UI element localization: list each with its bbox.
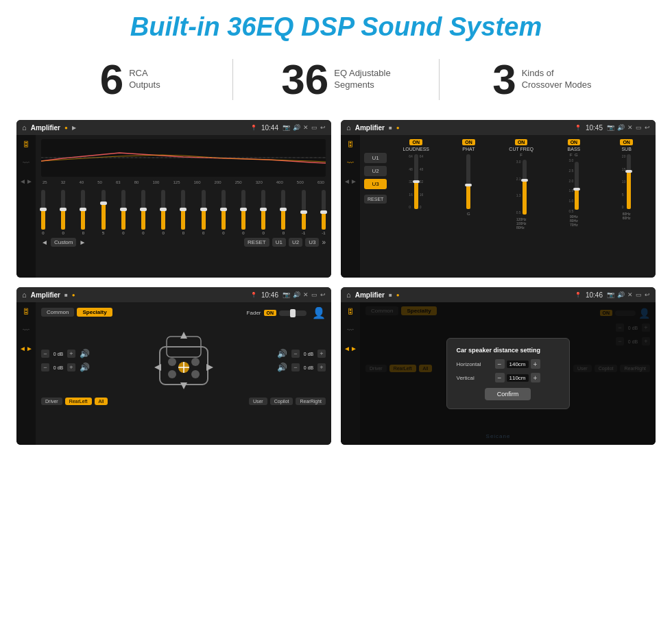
u2-select-btn[interactable]: U2 bbox=[364, 166, 387, 176]
back-icon[interactable]: ↩ bbox=[320, 124, 326, 131]
eq-icon-3[interactable]: 🎛 bbox=[23, 308, 29, 315]
window-icon-4: ▭ bbox=[636, 291, 642, 298]
cutfreq-on[interactable]: ON bbox=[515, 139, 528, 145]
horizontal-plus[interactable]: + bbox=[531, 359, 540, 369]
vertical-plus[interactable]: + bbox=[531, 373, 540, 382]
phat-slider[interactable] bbox=[466, 154, 470, 209]
home-icon[interactable]: ⌂ bbox=[22, 123, 27, 132]
close-icon-3[interactable]: ✕ bbox=[303, 291, 309, 298]
stat-crossover: 3 Kinds of Crossover Modes bbox=[440, 58, 645, 101]
reset-btn[interactable]: RESET bbox=[244, 238, 269, 247]
eq-slider-9[interactable]: 0 bbox=[221, 190, 226, 235]
eq-slider-11[interactable]: 0 bbox=[261, 190, 265, 235]
eq-slider-10[interactable]: 0 bbox=[241, 190, 245, 235]
next-arrow[interactable]: ► bbox=[79, 239, 86, 246]
eq-slider-8[interactable]: 0 bbox=[202, 190, 206, 235]
rearright-btn[interactable]: RearRight bbox=[296, 398, 326, 405]
stat-eq-text: EQ Adjustable Segments bbox=[334, 68, 390, 91]
bass-on[interactable]: ON bbox=[568, 139, 581, 145]
eq-slider-6[interactable]: 0 bbox=[161, 190, 165, 235]
back-icon-3[interactable]: ↩ bbox=[320, 291, 326, 298]
vertical-ctrl: − 110cm + bbox=[495, 373, 540, 382]
vertical-minus[interactable]: − bbox=[495, 373, 505, 382]
rr-minus[interactable]: − bbox=[291, 363, 300, 371]
bass-slider[interactable] bbox=[575, 162, 579, 210]
home-icon-2[interactable]: ⌂ bbox=[346, 123, 351, 132]
screen3-tabs: Common Specialty bbox=[41, 308, 112, 317]
close-icon-2[interactable]: ✕ bbox=[627, 124, 633, 131]
fl-plus[interactable]: + bbox=[67, 350, 75, 358]
u1-select-btn[interactable]: U1 bbox=[364, 153, 387, 163]
horizontal-minus[interactable]: − bbox=[495, 359, 505, 369]
eq-icon-2[interactable]: 🎛 bbox=[347, 141, 354, 148]
wave-icon-3[interactable]: 〰 bbox=[23, 326, 29, 334]
sub-on[interactable]: ON bbox=[620, 139, 633, 145]
rr-plus[interactable]: + bbox=[317, 363, 326, 371]
screen1-topbar: ⌂ Amplifier ● ▶ 📍 10:44 📷 🔊 ✕ ▭ ↩ bbox=[16, 120, 331, 135]
sub-slider[interactable] bbox=[627, 154, 631, 209]
rl-minus[interactable]: − bbox=[41, 363, 49, 371]
col-cutfreq: ON CUT FREQ F 3.02.11.30.5 1 bbox=[496, 139, 547, 273]
loudness-slider[interactable] bbox=[414, 154, 418, 209]
wave-icon[interactable]: 〰 bbox=[23, 159, 29, 167]
eq-slider-5[interactable]: 0 bbox=[141, 190, 145, 235]
speaker-icon-4[interactable]: ◄► bbox=[344, 345, 357, 352]
specialty-tab[interactable]: Specialty bbox=[77, 308, 112, 317]
speaker-icon-2[interactable]: ◄► bbox=[344, 178, 357, 185]
rear-right-ctrl: 🔊 − 0 dB + bbox=[274, 363, 326, 372]
eq-slider-2[interactable]: 0 bbox=[81, 190, 85, 235]
sub-scale: 20151050 bbox=[622, 154, 626, 209]
back-icon-2[interactable]: ↩ bbox=[645, 124, 650, 131]
volume-icon-3: 🔊 bbox=[293, 291, 300, 298]
eq-icon[interactable]: 🎛 bbox=[23, 141, 29, 148]
screen2-main-panel: U1 U2 U3 RESET ON LOUDNESS 644832160 bbox=[360, 135, 656, 278]
eq-slider-12[interactable]: 0 bbox=[281, 190, 285, 235]
eq-slider-4[interactable]: 0 bbox=[121, 190, 125, 235]
copilot-btn[interactable]: Copilot bbox=[270, 398, 293, 405]
back-icon-4[interactable]: ↩ bbox=[645, 291, 650, 298]
fl-minus[interactable]: − bbox=[41, 350, 49, 358]
close-icon-4[interactable]: ✕ bbox=[627, 291, 633, 298]
play-icon[interactable]: ▶ bbox=[72, 125, 76, 131]
fr-minus[interactable]: − bbox=[291, 350, 300, 358]
wave-icon-4[interactable]: 〰 bbox=[347, 326, 354, 334]
rl-plus[interactable]: + bbox=[67, 363, 75, 371]
eq-slider-7[interactable]: 0 bbox=[181, 190, 185, 235]
cutfreq-slider[interactable] bbox=[523, 160, 527, 215]
fr-plus[interactable]: + bbox=[317, 350, 326, 358]
close-icon[interactable]: ✕ bbox=[303, 124, 309, 131]
cross-reset-btn[interactable]: RESET bbox=[364, 195, 387, 204]
speaker-left-icon[interactable]: ◄► bbox=[19, 178, 33, 185]
screen1-content: 🎛 〰 ◄► 2532 4050 638 bbox=[16, 135, 331, 278]
u2-btn[interactable]: U2 bbox=[289, 238, 302, 247]
eq-slider-13[interactable]: -1 bbox=[302, 190, 306, 235]
u3-select-btn[interactable]: U3 bbox=[364, 179, 387, 189]
fader-on-btn[interactable]: ON bbox=[264, 310, 277, 316]
more-icon[interactable]: » bbox=[322, 239, 326, 246]
eq-slider-1[interactable]: 0 bbox=[61, 190, 65, 235]
wave-icon-2[interactable]: 〰 bbox=[347, 159, 354, 167]
u1-btn[interactable]: U1 bbox=[272, 238, 286, 247]
eq-icon-4[interactable]: 🎛 bbox=[347, 308, 354, 315]
all-btn[interactable]: All bbox=[95, 398, 108, 405]
common-tab[interactable]: Common bbox=[41, 308, 74, 317]
user-btn[interactable]: User bbox=[249, 398, 267, 405]
phat-on[interactable]: ON bbox=[462, 139, 475, 145]
loudness-on[interactable]: ON bbox=[409, 139, 422, 145]
prev-arrow[interactable]: ◄ bbox=[41, 239, 48, 246]
rearleft-btn[interactable]: RearLeft bbox=[65, 398, 92, 405]
confirm-button[interactable]: Confirm bbox=[485, 388, 531, 400]
custom-btn[interactable]: Custom bbox=[51, 238, 77, 247]
eq-slider-3[interactable]: 5 bbox=[101, 190, 106, 235]
loudness-scale-r: 644832160 bbox=[420, 154, 424, 209]
speaker-icon-3[interactable]: ◄► bbox=[19, 345, 33, 352]
home-icon-3[interactable]: ⌂ bbox=[22, 291, 27, 299]
eq-slider-0[interactable]: 0 bbox=[41, 190, 45, 235]
home-icon-4[interactable]: ⌂ bbox=[346, 291, 351, 299]
eq-slider-14[interactable]: -1 bbox=[322, 190, 326, 235]
horizontal-row: Horizontal − 140cm + bbox=[457, 359, 560, 369]
fader-slider[interactable] bbox=[279, 310, 307, 316]
horizontal-value: 140cm bbox=[507, 361, 529, 368]
u3-btn[interactable]: U3 bbox=[305, 238, 319, 247]
driver-btn[interactable]: Driver bbox=[41, 398, 62, 405]
